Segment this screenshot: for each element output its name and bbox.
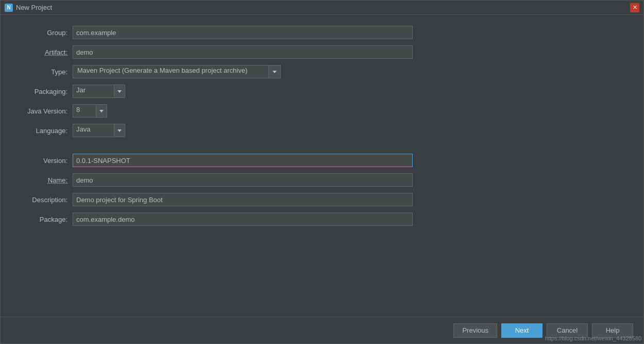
artifact-row: Artifact: — [16, 45, 628, 59]
group-input[interactable] — [73, 26, 413, 39]
language-dropdown-wrapper: Java — [73, 124, 125, 137]
java-version-dropdown-btn[interactable] — [96, 104, 107, 118]
language-label: Language: — [16, 127, 73, 135]
package-row: Package: — [16, 212, 628, 226]
type-row: Type: Maven Project (Generate a Maven ba… — [16, 64, 628, 79]
next-button[interactable]: Next — [501, 323, 543, 338]
packaging-dropdown-btn[interactable] — [114, 85, 125, 98]
new-project-window: N New Project ✕ Group: Artifact: Type: M… — [0, 0, 644, 344]
type-dropdown-btn[interactable] — [268, 65, 281, 78]
type-label: Type: — [16, 68, 73, 76]
artifact-input[interactable] — [73, 45, 413, 59]
watermark: https://blog.csdn.net/weixin_44328580 — [545, 335, 641, 341]
group-label: Group: — [16, 29, 73, 37]
type-input[interactable]: Maven Project (Generate a Maven based pr… — [73, 65, 268, 78]
window-title: New Project — [16, 4, 52, 11]
java-version-input[interactable]: 8 — [73, 104, 96, 118]
language-row: Language: Java — [16, 123, 628, 138]
packaging-input[interactable]: Jar — [73, 85, 114, 98]
chevron-down-icon — [99, 110, 104, 112]
form-section: Group: Artifact: Type: Maven Project (Ge… — [16, 25, 628, 226]
version-label: Version: — [16, 157, 73, 165]
language-input[interactable]: Java — [73, 124, 114, 137]
package-label: Package: — [16, 216, 73, 223]
java-version-label: Java Version: — [16, 107, 73, 115]
name-input[interactable] — [73, 173, 413, 187]
name-label: Name: — [16, 176, 73, 184]
description-row: Description: — [16, 192, 628, 207]
version-row: Version: — [16, 153, 628, 168]
description-label: Description: — [16, 196, 73, 204]
chevron-down-icon — [273, 71, 277, 73]
java-version-dropdown-wrapper: 8 — [73, 104, 107, 118]
java-version-row: Java Version: 8 — [16, 104, 628, 118]
language-dropdown-btn[interactable] — [114, 124, 125, 137]
packaging-row: Packaging: Jar — [16, 84, 628, 99]
artifact-label: Artifact: — [16, 48, 73, 56]
titlebar: N New Project ✕ — [1, 1, 643, 15]
titlebar-left: N New Project — [5, 4, 52, 12]
package-input[interactable] — [73, 212, 413, 226]
packaging-label: Packaging: — [16, 88, 73, 95]
description-input[interactable] — [73, 193, 413, 206]
type-dropdown-wrapper: Maven Project (Generate a Maven based pr… — [73, 65, 281, 78]
previous-button[interactable]: Previous — [453, 323, 497, 338]
name-row: Name: — [16, 173, 628, 187]
group-row: Group: — [16, 25, 628, 40]
packaging-dropdown-wrapper: Jar — [73, 85, 125, 98]
chevron-down-icon — [117, 129, 122, 132]
chevron-down-icon — [117, 90, 122, 93]
window-icon: N — [5, 4, 13, 12]
close-button[interactable]: ✕ — [630, 3, 639, 12]
version-input[interactable] — [73, 154, 413, 167]
form-content: Group: Artifact: Type: Maven Project (Ge… — [1, 15, 643, 317]
